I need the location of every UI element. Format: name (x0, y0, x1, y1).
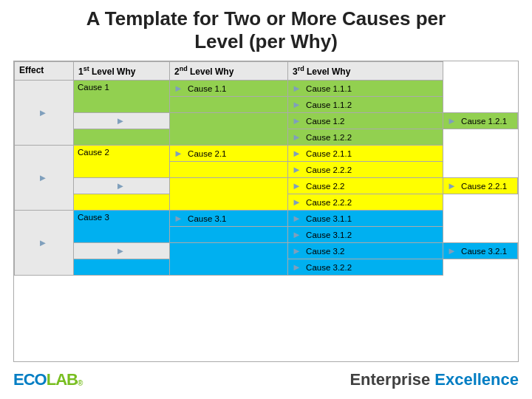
cause1-2-2-label: Cause 1.2.2 (306, 133, 352, 142)
table-row: ► Cause 3 ► Cause 3.1 ► Cause 3.1.1 (15, 211, 518, 227)
footer: ECO LAB ® Enterprise Excellence (13, 366, 519, 393)
effect-arrow5: ► (38, 237, 48, 248)
cause3-label: Cause 3 (78, 213, 109, 222)
header-effect: Effect (15, 62, 74, 81)
effect-arrow2: ► (116, 115, 126, 126)
cause1-1-label: Cause 1.1 (188, 84, 226, 93)
excellence-text: Excellence (434, 370, 519, 389)
arrow-1-1: ► (174, 83, 183, 94)
header-level3: 3rd Level Why (288, 62, 443, 81)
main-table-wrapper: Effect 1st Level Why 2nd Level Why 3rd L… (13, 61, 519, 362)
cause1-1-1-label: Cause 1.1.1 (306, 84, 352, 93)
arrow-2-2: ► (292, 180, 301, 191)
cause1-label: Cause 1 (78, 83, 109, 92)
cause3-2-2-label: Cause 3.2.2 (306, 263, 352, 272)
cause3-1-2-label: Cause 3.1.2 (306, 231, 352, 239)
arrow-2-2-1: ► (447, 180, 457, 191)
cause2-2-label: Cause 2.2 (306, 182, 344, 191)
cause2-1-label: Cause 2.1 (188, 149, 226, 158)
cause3-1-1-label: Cause 3.1.1 (306, 214, 352, 223)
cause1-1-2-label: Cause 1.1.2 (306, 100, 352, 109)
header-level1: 1st Level Why (74, 62, 170, 81)
arrow-1-2-1: ► (447, 115, 457, 126)
effect-arrow1: ► (38, 107, 48, 118)
arrow-2-1-1: ► (292, 148, 301, 159)
table-row: ► Cause 1 ► Cause 1.1 ► Cause 1.1.1 (15, 81, 518, 97)
arrow-3-1: ► (174, 213, 183, 224)
arrow-3-2: ► (292, 245, 301, 256)
cause1-2-1-label: Cause 1.2.1 (461, 117, 507, 126)
table-row: ► ► Cause 2.2 ► Cause 2.2.1 (15, 178, 518, 194)
footer-right: Enterprise Excellence (349, 370, 519, 389)
effect-arrow4: ► (116, 180, 126, 191)
arrow-3-2-2: ► (292, 262, 301, 273)
arrow-3-1-1: ► (292, 213, 301, 224)
cause2-label: Cause 2 (78, 148, 109, 157)
causes-table: Effect 1st Level Why 2nd Level Why 3rd L… (14, 61, 518, 276)
table-row: ► ► Cause 3.2 ► Cause 3.2.1 (15, 243, 518, 259)
arrow-2-2-2b: ► (292, 197, 301, 208)
page-title: A Template for Two or More Causes per Le… (13, 7, 519, 53)
eco-text: ECO (13, 370, 47, 389)
arrow-1-2-2: ► (292, 132, 301, 143)
cause2-2-2a-label: Cause 2.2.2 (306, 166, 352, 174)
arrow-1-2: ► (292, 115, 301, 126)
arrow-2-2-2a: ► (292, 164, 301, 175)
effect-arrow6: ► (116, 245, 126, 256)
arrow-1-1-2: ► (292, 99, 301, 110)
header-level2: 2nd Level Why (170, 62, 288, 81)
cause3-2-1-label: Cause 3.2.1 (461, 247, 507, 256)
cause2-2-2b-label: Cause 2.2.2 (306, 198, 352, 207)
table-row: ► Cause 2 ► Cause 2.1 ► Cause 2.1.1 (15, 146, 518, 162)
lab-text: LAB (47, 370, 78, 389)
effect-arrow3: ► (38, 172, 48, 183)
table-row: ► ► Cause 1.2 ► Cause 1.2.1 (15, 113, 518, 129)
arrow-3-1-2: ► (292, 229, 301, 240)
enterprise-text: Enterprise (349, 370, 430, 389)
cause2-1-1-label: Cause 2.1.1 (306, 149, 352, 158)
ecolab-logo: ECO LAB ® (13, 370, 83, 389)
cause3-1-label: Cause 3.1 (188, 214, 226, 223)
arrow-1-1-1: ► (292, 83, 301, 94)
arrow-2-1: ► (174, 148, 183, 159)
cause1-2-label: Cause 1.2 (306, 117, 344, 126)
cause2-2-1-label: Cause 2.2.1 (461, 182, 507, 191)
logo-dot: ® (78, 379, 83, 387)
cause3-2-label: Cause 3.2 (306, 247, 344, 256)
arrow-3-2-1: ► (447, 245, 457, 256)
page: A Template for Two or More Causes per Le… (0, 0, 532, 399)
